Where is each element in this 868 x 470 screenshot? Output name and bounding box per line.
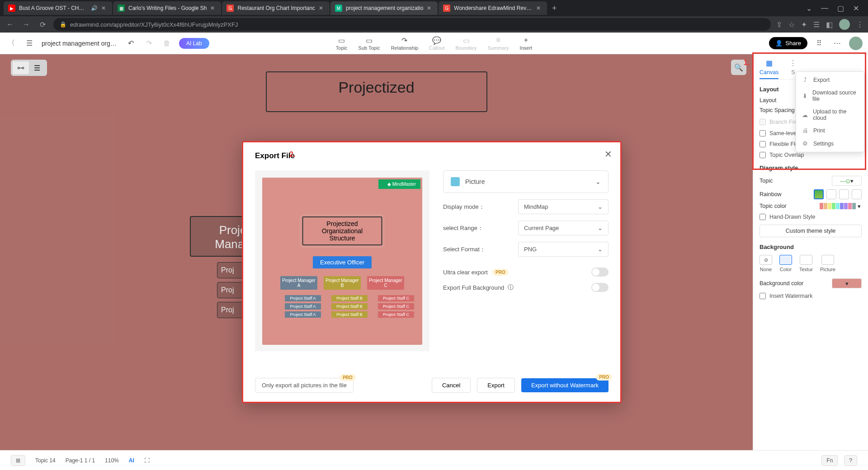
browser-tab[interactable]: ▦Carlo's Writing Files - Google Sh✕ [113, 1, 221, 15]
export-no-watermark-button[interactable]: Export without WatermarkPRO [521, 378, 609, 392]
back-button[interactable]: ← [5, 19, 15, 30]
tab-canvas[interactable]: ▦Canvas [760, 59, 778, 79]
reload-button[interactable]: ⟳ [37, 19, 48, 30]
undo-icon[interactable]: ↶ [125, 38, 137, 49]
cancel-button[interactable]: Cancel [432, 378, 471, 393]
tool-relationship[interactable]: ↷Relationship [391, 36, 419, 51]
rainbow-opt[interactable] [826, 189, 836, 199]
address-bar: ← → ⟳ 🔒edrawmind.com/app/editor/XJTy6iyt… [0, 16, 868, 33]
preview-mgr-row: Project Manager A Project Manager B Proj… [262, 276, 422, 290]
new-tab-button[interactable]: + [548, 2, 561, 14]
custom-theme-button[interactable]: Custom theme style [760, 225, 862, 237]
share-button[interactable]: 👤Share [769, 37, 807, 49]
speaker-icon[interactable]: 🔊 [91, 5, 98, 11]
redo-icon[interactable]: ↷ [143, 38, 155, 49]
display-mode-select[interactable]: MindMap⌄ [518, 199, 609, 214]
bg-picture[interactable]: Picture [820, 255, 835, 272]
extensions-icon[interactable]: ✦ [801, 20, 807, 29]
browser-tab[interactable]: GRestaurant Org Chart Importanc✕ [222, 1, 329, 15]
close-window-icon[interactable]: ✕ [853, 4, 859, 13]
menu-settings[interactable]: ⚙Settings [796, 137, 864, 150]
full-bg-toggle[interactable] [591, 283, 609, 292]
close-icon[interactable]: ✕ [604, 149, 612, 160]
kebab-icon[interactable]: ⋮ [856, 20, 863, 29]
close-icon[interactable]: ✕ [210, 5, 217, 11]
only-export-pictures-button[interactable]: Only export all pictures in the filePRO [255, 378, 354, 393]
profile-avatar[interactable] [839, 19, 850, 30]
forward-button[interactable]: → [21, 19, 32, 30]
preview-staff-col: Project Staff AProject Staff AProject St… [285, 295, 321, 318]
close-icon[interactable]: ✕ [101, 5, 108, 11]
maximize-icon[interactable]: ▢ [837, 4, 844, 13]
back-arrow-icon[interactable]: 〈 [5, 38, 17, 49]
bg-color[interactable]: Color [779, 255, 792, 272]
menu-download[interactable]: ⬇Download source file [796, 86, 864, 105]
topic-color-strip[interactable]: ▾ [820, 203, 862, 209]
star-icon[interactable]: ☆ [788, 20, 795, 29]
export-type-select[interactable]: Picture⌄ [443, 170, 609, 193]
ultra-clear-toggle[interactable] [591, 268, 609, 277]
rainbow-opt[interactable] [839, 189, 849, 199]
browser-tab-bar: ▶Bust A Groove OST - CHEMIC🔊✕ ▦Carlo's W… [0, 0, 868, 16]
topic-style-select[interactable]: —⊙ ▾ [832, 176, 862, 186]
tool-insert[interactable]: +Insert [520, 36, 533, 51]
readinglist-icon[interactable]: ☰ [813, 20, 820, 29]
rainbow-opt[interactable] [852, 189, 862, 199]
chk-topic-overlap[interactable]: Topic Overlap [760, 152, 862, 158]
edrawmind-icon: M [335, 5, 342, 12]
sidepanel-icon[interactable]: ◧ [826, 20, 833, 29]
picture-icon [451, 177, 460, 186]
apps-grid-icon[interactable]: ⠿ [813, 37, 826, 50]
chevron-down-icon[interactable]: ⌄ [806, 4, 812, 13]
user-avatar[interactable] [849, 37, 863, 50]
watermark-badge: ◆ MindMaster [378, 179, 420, 189]
browser-tab-active[interactable]: Mproject management organizatio✕ [330, 1, 438, 15]
page-indicator: Page-1 1 / 1 [66, 457, 95, 464]
close-icon[interactable]: ✕ [319, 5, 325, 11]
select-range-select[interactable]: Current Page⌄ [518, 221, 609, 235]
menu-export[interactable]: ⤴Export [796, 74, 864, 86]
delete-icon[interactable]: 🗑 [161, 38, 173, 49]
bg-texture[interactable]: Textur [799, 255, 813, 272]
rainbow-opt[interactable] [814, 189, 824, 199]
ai-lab-button[interactable]: AI Lab [179, 38, 209, 49]
bg-none[interactable]: ⊘None [760, 255, 772, 272]
display-mode-label: Display mode： [443, 203, 485, 211]
chevron-down-icon: ⌄ [598, 225, 603, 231]
more-menu-button[interactable]: ⋯ [831, 37, 844, 50]
tab-title: Carlo's Writing Files - Google Sh [128, 5, 207, 11]
close-icon[interactable]: ✕ [427, 5, 433, 11]
minimize-icon[interactable]: — [821, 4, 828, 13]
summary-icon: ≡ [496, 36, 500, 44]
tab-title: Wondershare EdrawMind Review [454, 5, 533, 11]
tool-callout: 💬Callout [429, 36, 444, 51]
close-icon[interactable]: ✕ [536, 5, 542, 11]
chk-hand-drawn[interactable]: Hand-Drawn Style [760, 214, 862, 220]
browser-tab[interactable]: GWondershare EdrawMind Review✕ [439, 1, 547, 15]
export-button[interactable]: Export [477, 378, 515, 393]
fullscreen-icon[interactable]: ⛶ [144, 457, 150, 464]
browser-tab[interactable]: ▶Bust A Groove OST - CHEMIC🔊✕ [4, 1, 112, 15]
tool-subtopic[interactable]: ▭Sub Topic [359, 36, 380, 51]
url-field[interactable]: 🔒edrawmind.com/app/editor/XJTy6iyt0cXx4f… [53, 18, 771, 31]
select-format-select[interactable]: PNG⌄ [518, 242, 609, 257]
menu-icon[interactable]: ☰ [24, 38, 35, 49]
tool-topic[interactable]: ▭Topic [336, 36, 348, 51]
ai-badge[interactable]: AI [129, 457, 134, 464]
menu-print[interactable]: 🖨Print [796, 124, 864, 137]
menu-upload[interactable]: ☁Upload to the cloud [796, 105, 864, 124]
fn-button[interactable]: Fn [821, 455, 838, 466]
background-heading: Background [760, 244, 862, 250]
document-title[interactable]: project management orga... [42, 40, 118, 47]
share-icon[interactable]: ⇪ [776, 20, 782, 29]
window-controls: ⌄ — ▢ ✕ [806, 4, 864, 13]
bg-color-swatch[interactable]: ▾ [832, 278, 862, 288]
help-icon[interactable]: ? [844, 455, 857, 466]
info-icon[interactable]: ⓘ [508, 283, 514, 291]
app-root: 〈 ☰ project management orga... ↶ ↷ 🗑 AI … [0, 33, 868, 470]
zoom-level[interactable]: 110% [105, 457, 119, 464]
chk-insert-watermark[interactable]: Insert Watermark [760, 293, 862, 299]
select-range-label: select Range： [443, 224, 483, 232]
minimap-icon[interactable]: ⊞ [11, 455, 25, 466]
topic-spacing-label: Topic Spacing [760, 107, 795, 113]
